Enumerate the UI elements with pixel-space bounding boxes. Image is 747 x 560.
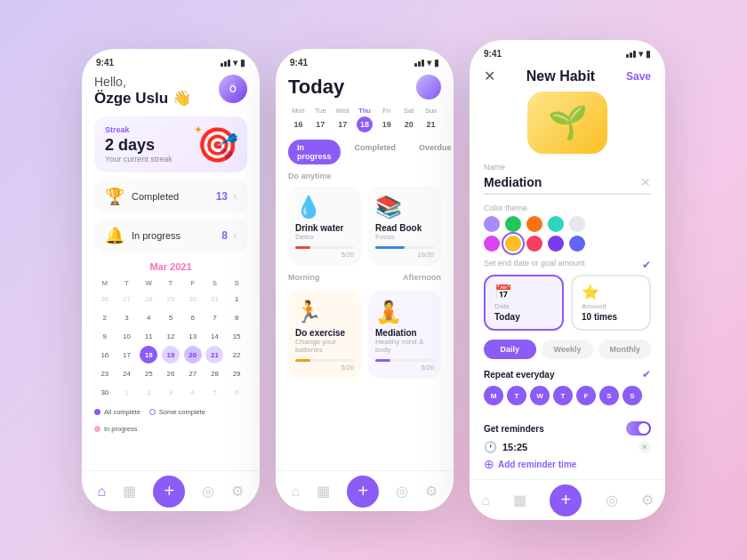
- color-gray[interactable]: [569, 216, 585, 232]
- cal-day: 27: [184, 364, 202, 382]
- nav-home-icon[interactable]: ⌂: [98, 484, 107, 500]
- filter-tab-completed[interactable]: Completed: [346, 140, 406, 164]
- avatar: Ö: [219, 75, 247, 103]
- nav-stats-icon-3[interactable]: ▦: [513, 492, 526, 508]
- book-progress-bg: [375, 246, 434, 249]
- day-t[interactable]: T: [507, 386, 526, 405]
- goal-date-label: Date: [494, 302, 553, 310]
- repeat-section: Repeat everyday ✔ M T W T F S S: [484, 368, 651, 405]
- nav-settings-icon-2[interactable]: ⚙: [425, 483, 438, 500]
- habit-card-book[interactable]: 📚 Read Book Focus 10/20: [368, 186, 441, 266]
- nav-location-icon[interactable]: ◎: [202, 483, 214, 500]
- goal-amount-card[interactable]: ⭐ Amount 10 times: [571, 275, 651, 331]
- section-afternoon: Afternoon: [403, 273, 441, 282]
- day-m[interactable]: M: [484, 386, 503, 405]
- nav-add-button-2[interactable]: +: [347, 476, 379, 508]
- greeting-hello: Hello,: [94, 75, 191, 89]
- cal-day: 5: [162, 308, 180, 326]
- week-day-wed[interactable]: Wed 17: [333, 107, 353, 132]
- day-s[interactable]: S: [599, 386, 619, 405]
- phone1-content: Hello, Özge Uslu 👋 Ö Streak 2 days Your …: [82, 71, 260, 442]
- cal-day: 2: [140, 383, 157, 401]
- day-f[interactable]: F: [576, 386, 596, 405]
- week-day-num-today: 18: [357, 116, 373, 132]
- water-icon: 💧: [295, 195, 354, 220]
- completed-count: 13: [216, 190, 228, 203]
- nav-add-button-3[interactable]: +: [550, 484, 582, 516]
- color-theme-label: Color theme: [484, 204, 651, 212]
- inprogress-row[interactable]: 🔔 In progress 8 ›: [94, 219, 247, 252]
- nav-settings-icon-3[interactable]: ⚙: [641, 492, 654, 508]
- nav-settings-icon[interactable]: ⚙: [231, 483, 244, 500]
- freq-daily[interactable]: Daily: [484, 340, 536, 359]
- color-violet[interactable]: [548, 236, 564, 252]
- cal-day: 31: [205, 290, 223, 308]
- time-1: 9:41: [96, 58, 114, 68]
- week-day-label: Fri: [376, 107, 397, 115]
- status-icons-3: ▾ ▮: [626, 49, 651, 59]
- week-day-num: 17: [334, 116, 350, 132]
- week-day-sat[interactable]: Sat 20: [398, 107, 419, 132]
- freq-monthly[interactable]: Monthly: [598, 340, 651, 359]
- time-row: 🕐 15:25 ✕: [484, 441, 651, 453]
- freq-weekly[interactable]: Weekly: [542, 340, 594, 359]
- phone-home: 9:41 ▾ ▮ Hello, Özge Uslu 👋 Ö Streak 2 d…: [82, 49, 260, 511]
- color-green[interactable]: [505, 216, 521, 232]
- habit-card-exercise[interactable]: 🏃 Do exercise Change your batteries 5/20: [288, 291, 361, 379]
- goal-date-card[interactable]: 📅 Date Today: [484, 275, 564, 331]
- completed-row[interactable]: 🏆 Completed 13 ›: [94, 180, 247, 213]
- color-orange[interactable]: [526, 216, 542, 232]
- color-red[interactable]: [526, 236, 542, 252]
- book-sub: Focus: [375, 233, 434, 241]
- status-bar-2: 9:41 ▾ ▮: [276, 49, 454, 71]
- nav-location-icon-2[interactable]: ◎: [396, 483, 408, 500]
- today-header: Today: [288, 75, 441, 100]
- legend-some: Some complete: [149, 408, 205, 416]
- day-su[interactable]: S: [622, 386, 642, 405]
- save-button[interactable]: Save: [626, 70, 651, 83]
- clear-name-button[interactable]: ✕: [640, 175, 651, 189]
- color-pink[interactable]: [484, 236, 500, 252]
- inprogress-arrow-icon: ›: [233, 229, 237, 242]
- add-reminder-button[interactable]: ⊕ Add reminder time: [484, 457, 651, 471]
- filter-tab-overdue[interactable]: Overdue: [410, 140, 454, 164]
- nav-home-icon-3[interactable]: ⌂: [481, 492, 490, 508]
- day-w[interactable]: W: [530, 386, 550, 405]
- week-day-label: Wed: [333, 107, 353, 115]
- color-purple[interactable]: [484, 216, 500, 232]
- close-button[interactable]: ✕: [484, 68, 495, 84]
- week-day-fri[interactable]: Fri 19: [376, 107, 397, 132]
- inprogress-count: 8: [221, 229, 228, 242]
- cal-day: 29: [162, 290, 180, 308]
- wifi-icon-3: ▾: [639, 49, 643, 59]
- nav-add-button[interactable]: +: [153, 476, 185, 508]
- habit-cards-session: 🏃 Do exercise Change your batteries 5/20…: [288, 291, 441, 379]
- week-day-thu[interactable]: Thu 18: [355, 107, 375, 132]
- legend-complete-label: All complete: [104, 408, 141, 416]
- habit-card-mediation[interactable]: 🧘 Mediation Healthy mind & body 5/20: [368, 291, 441, 379]
- day-th[interactable]: T: [553, 386, 573, 405]
- cal-day: 16: [96, 346, 114, 364]
- color-teal[interactable]: [548, 216, 564, 232]
- greeting-row: Hello, Özge Uslu 👋 Ö: [94, 75, 247, 108]
- nav-stats-icon-2[interactable]: ▦: [317, 483, 330, 500]
- color-yellow-selected[interactable]: [505, 236, 521, 252]
- reminder-header: Get reminders: [484, 421, 651, 436]
- week-day-mon[interactable]: Mon 16: [288, 107, 309, 132]
- mediation-progress-fill: [375, 359, 390, 362]
- delete-reminder-button[interactable]: ✕: [639, 441, 651, 453]
- week-day-num: 20: [401, 116, 417, 132]
- reminder-section: Get reminders 🕐 15:25 ✕ ⊕ Add reminder t…: [484, 421, 651, 471]
- filter-tab-inprogress[interactable]: In progress: [288, 140, 341, 164]
- week-day-tue[interactable]: Tue 17: [310, 107, 331, 132]
- nav-location-icon-3[interactable]: ◎: [606, 492, 618, 508]
- wifi-icon: ▾: [233, 58, 237, 68]
- reminder-toggle[interactable]: [626, 421, 651, 436]
- nav-stats-icon[interactable]: ▦: [123, 483, 136, 500]
- habit-card-water[interactable]: 💧 Drink water Detox 5/20: [288, 186, 361, 266]
- nav-home-icon-2[interactable]: ⌂: [292, 484, 301, 500]
- week-day-sun[interactable]: Sun 21: [421, 107, 441, 132]
- color-indigo[interactable]: [569, 236, 585, 252]
- cal-day: 9: [96, 327, 114, 345]
- phone2-content: Today Mon 16 Tue 17 Wed 17 Thu 18 Fri 1: [276, 71, 454, 395]
